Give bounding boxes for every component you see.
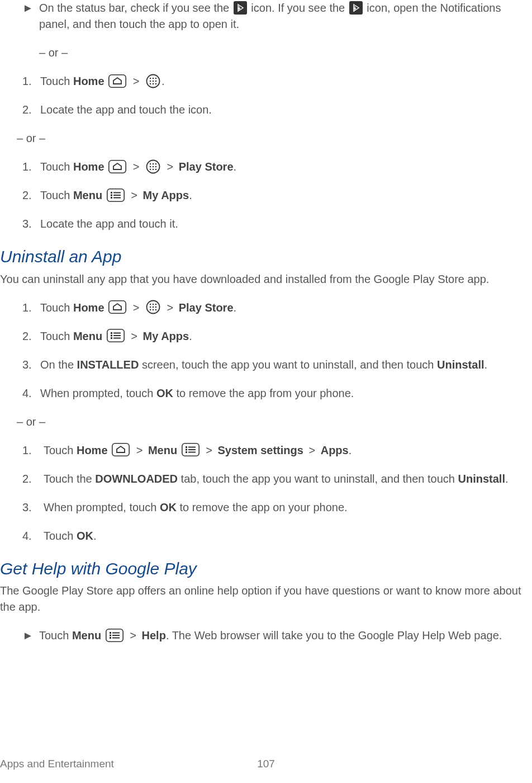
menu-list-icon xyxy=(107,329,125,342)
bold-play-store: Play Store xyxy=(179,161,234,173)
text: Touch xyxy=(44,444,77,456)
apps-grid-icon xyxy=(146,159,160,174)
bold-home: Home xyxy=(77,444,108,456)
text: Locate the app and touch it. xyxy=(40,216,532,232)
triangle-marker: ► xyxy=(22,628,39,644)
text: . xyxy=(349,444,352,456)
bold-home: Home xyxy=(73,161,104,173)
svg-rect-20 xyxy=(155,166,156,167)
svg-rect-62 xyxy=(110,637,111,639)
list-item: 3. When prompted, touch OK to remove the… xyxy=(22,499,532,516)
text: On the status bar, check if you see the xyxy=(39,2,232,14)
list-item: 3. On the INSTALLED screen, touch the ap… xyxy=(22,357,532,373)
svg-rect-28 xyxy=(113,195,121,196)
gt: > xyxy=(133,75,140,87)
list-item: 2. Locate the app and touch the icon. xyxy=(22,102,532,118)
svg-rect-27 xyxy=(111,194,112,196)
svg-rect-59 xyxy=(112,632,120,633)
number-marker: 3. xyxy=(22,357,40,373)
svg-rect-33 xyxy=(150,304,151,305)
number-marker: 2. xyxy=(22,187,40,204)
list-item: 4. When prompted, touch OK to remove the… xyxy=(22,385,532,402)
heading-uninstall: Uninstall an App xyxy=(0,244,532,269)
text: Locate the app and touch the icon. xyxy=(40,102,532,118)
number-marker: 4. xyxy=(22,528,44,544)
triangle-marker: ► xyxy=(22,0,39,32)
svg-rect-34 xyxy=(153,304,154,305)
bold-play-store: Play Store xyxy=(179,301,234,314)
text: tab, touch the app you want to uninstall… xyxy=(178,473,458,485)
intro-uninstall: You can uninstall any app that you have … xyxy=(0,271,532,287)
svg-rect-36 xyxy=(150,306,151,308)
svg-rect-5 xyxy=(153,78,154,79)
svg-rect-60 xyxy=(110,634,111,636)
svg-rect-45 xyxy=(111,335,112,337)
list-item: 1. Touch Home > > Play Store. xyxy=(22,300,532,316)
text: Touch xyxy=(40,189,73,201)
svg-rect-51 xyxy=(186,446,187,448)
gt: > xyxy=(136,444,143,456)
gt: > xyxy=(131,330,137,342)
text: to remove the app from your phone. xyxy=(173,387,354,399)
heading-help: Get Help with Google Play xyxy=(0,556,532,581)
home-icon xyxy=(112,443,130,456)
bold-ok: OK xyxy=(77,530,93,542)
list-item: 1. Touch Home > . xyxy=(22,73,532,89)
svg-rect-17 xyxy=(155,163,156,164)
text: Touch xyxy=(40,161,73,173)
svg-rect-22 xyxy=(153,169,154,170)
svg-rect-47 xyxy=(111,337,112,339)
bold-uninstall: Uninstall xyxy=(437,359,484,371)
menu-list-icon xyxy=(106,629,124,642)
svg-rect-43 xyxy=(111,332,112,334)
bullet-help: ► Touch Menu > Help. The Web browser wil… xyxy=(22,628,532,644)
list-item: 3. Locate the app and touch it. xyxy=(22,216,532,232)
text: Touch xyxy=(40,301,73,314)
svg-rect-2 xyxy=(109,75,126,87)
svg-rect-40 xyxy=(153,309,154,310)
intro-help: The Google Play Store app offers an onli… xyxy=(0,583,532,615)
gt: > xyxy=(131,189,137,201)
bold-home: Home xyxy=(73,75,104,87)
bold-ok: OK xyxy=(156,387,173,399)
gt: > xyxy=(130,629,136,642)
svg-rect-61 xyxy=(112,635,120,636)
text: Touch xyxy=(39,629,72,642)
svg-rect-8 xyxy=(153,81,154,82)
svg-rect-35 xyxy=(155,304,156,305)
text: to remove the app on your phone. xyxy=(177,501,348,513)
text: When prompted, touch xyxy=(44,501,160,513)
svg-rect-48 xyxy=(113,338,121,339)
svg-rect-6 xyxy=(155,78,156,79)
bold-my-apps: My Apps xyxy=(143,330,189,342)
svg-rect-58 xyxy=(110,632,111,634)
svg-rect-25 xyxy=(111,192,112,194)
bold-home: Home xyxy=(73,301,104,314)
text: icon. If you see the xyxy=(248,2,348,14)
svg-rect-21 xyxy=(150,169,151,170)
number-marker: 1. xyxy=(22,300,40,316)
svg-rect-23 xyxy=(155,169,156,170)
gt: > xyxy=(167,161,173,173)
home-icon xyxy=(108,74,126,88)
svg-rect-7 xyxy=(150,81,151,82)
svg-rect-38 xyxy=(155,306,156,308)
svg-rect-4 xyxy=(150,78,151,79)
svg-rect-39 xyxy=(150,309,151,310)
footer-section-label: Apps and Entertainment xyxy=(0,756,114,772)
svg-rect-15 xyxy=(150,163,151,164)
list-item: 1. Touch Home > Menu > System settings >… xyxy=(22,442,532,459)
svg-rect-41 xyxy=(155,309,156,310)
apps-grid-icon xyxy=(146,300,160,314)
svg-rect-26 xyxy=(113,192,121,193)
bold-menu: Menu xyxy=(72,629,101,642)
footer-page-number: 107 xyxy=(257,756,275,772)
svg-rect-52 xyxy=(188,447,196,448)
svg-rect-13 xyxy=(109,161,126,173)
gt: > xyxy=(308,444,315,456)
list-item: 2. Touch Menu > My Apps. xyxy=(22,328,532,345)
bold-ok: OK xyxy=(160,501,177,513)
svg-rect-49 xyxy=(112,444,129,456)
bold-apps: Apps xyxy=(321,444,349,456)
text: . xyxy=(234,161,237,173)
